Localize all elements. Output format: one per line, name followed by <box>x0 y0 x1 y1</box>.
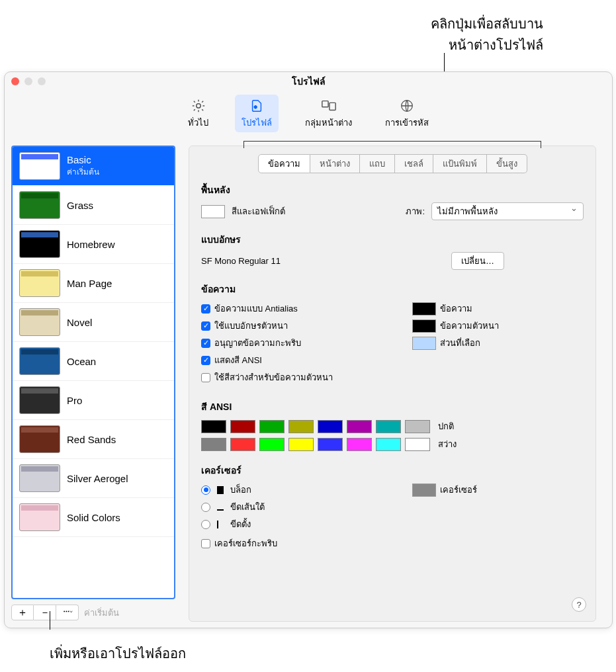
add-profile-button[interactable]: ＋ <box>11 605 34 620</box>
callout-line-top <box>444 53 445 71</box>
antialias-checkbox[interactable]: ✓ <box>201 304 210 314</box>
profile-icon <box>248 97 265 114</box>
tab-3[interactable]: เชลล์ <box>395 154 433 173</box>
windows-icon <box>320 97 337 114</box>
tabbar: ข้อความหน้าต่างแถบเชลล์แป้นพิมพ์ขั้นสูง <box>201 154 584 173</box>
callout-bottom: เพิ่มหรือเอาโปรไฟล์ออก <box>50 643 186 664</box>
gear-icon <box>190 97 207 114</box>
bold-checkbox[interactable]: ✓ <box>201 321 210 331</box>
profile-item-grass[interactable]: Grass <box>13 186 174 225</box>
toolbar-general[interactable]: ทั่วไป <box>181 95 215 132</box>
ansi-checkbox[interactable]: ✓ <box>201 356 210 365</box>
ansi-normal-swatch[interactable] <box>201 420 226 433</box>
profile-item-solid-colors[interactable]: Solid Colors <box>13 498 174 537</box>
section-text: ข้อความ ✓ข้อความแบบ Antialias ✓ใช้แบบอัก… <box>201 282 584 388</box>
section-cursor: เคอร์เซอร์ บล็อก ขีดเส้นใต้ ขีดตั้ง เคอร… <box>201 463 584 554</box>
background-color-well[interactable] <box>201 205 225 218</box>
ansi-normal-swatch[interactable] <box>318 420 343 433</box>
tab-2[interactable]: แถบ <box>360 154 395 173</box>
callout-line-bottom <box>50 611 50 630</box>
default-button[interactable]: ค่าเริ่มต้น <box>84 606 119 620</box>
minimize-button[interactable] <box>24 77 32 85</box>
ansi-normal-swatch[interactable] <box>347 420 372 433</box>
globe-icon <box>398 97 416 114</box>
text-color-well[interactable] <box>412 302 436 315</box>
profile-item-novel[interactable]: Novel <box>13 303 174 342</box>
bright-bold-checkbox[interactable] <box>201 373 210 382</box>
traffic-lights <box>11 77 46 85</box>
window-title: โปรไฟล์ <box>292 74 326 89</box>
tab-4[interactable]: แป้นพิมพ์ <box>433 154 487 173</box>
ansi-bright-swatch[interactable] <box>405 438 430 451</box>
ansi-bright-swatch[interactable] <box>376 438 401 451</box>
maximize-button[interactable] <box>38 77 46 85</box>
ansi-normal-swatch[interactable] <box>230 420 255 433</box>
ansi-bright-swatch[interactable] <box>318 438 343 451</box>
svg-point-5 <box>64 610 65 612</box>
svg-rect-2 <box>322 101 328 107</box>
svg-point-1 <box>254 106 257 108</box>
profile-item-pro[interactable]: Pro <box>13 381 174 420</box>
remove-profile-button[interactable]: － <box>34 605 56 620</box>
selection-color-well[interactable] <box>412 337 436 350</box>
toolbar-window-groups[interactable]: กลุ่มหน้าต่าง <box>298 95 359 132</box>
profile-item-man-page[interactable]: Man Page <box>13 264 174 303</box>
font-value: SF Mono Regular 11 <box>201 256 281 266</box>
sidebar-bottom: ＋ － ค่าเริ่มต้น <box>11 603 175 622</box>
toolbar: ทั่วไป โปรไฟล์ กลุ่มหน้าต่าง การเข้ารหัส <box>5 91 612 139</box>
ansi-normal-swatch[interactable] <box>259 420 285 433</box>
ansi-normal-swatch[interactable] <box>288 420 314 433</box>
preferences-window: โปรไฟล์ ทั่วไป โปรไฟล์ กลุ่มหน้าต่าง การ… <box>4 71 613 628</box>
profile-item-ocean[interactable]: Ocean <box>13 342 174 381</box>
sidebar: Basicค่าเริ่มต้น Grass Homebrew Man Page… <box>5 139 182 628</box>
titlebar: โปรไฟล์ <box>5 72 612 91</box>
section-background: พื้นหลัง สีและเอฟเฟ็กต์ ภาพ: ไม่มีภาพพื้… <box>201 183 584 220</box>
ansi-normal-swatch[interactable] <box>405 420 430 433</box>
tab-brace-indicator <box>243 141 541 147</box>
svg-point-0 <box>196 104 200 108</box>
background-image-select[interactable]: ไม่มีภาพพื้นหลัง <box>431 202 584 220</box>
ansi-bright-swatch[interactable] <box>347 438 372 451</box>
section-font: แบบอักษร SF Mono Regular 11 เปลี่ยน… <box>201 232 584 270</box>
ansi-bright-swatch[interactable] <box>230 438 255 451</box>
cursor-color-well[interactable] <box>412 483 436 497</box>
tab-0[interactable]: ข้อความ <box>258 154 310 173</box>
section-ansi: สี ANSI ปกติ สว่าง <box>201 399 584 451</box>
cursor-block-radio[interactable] <box>201 485 210 495</box>
close-button[interactable] <box>11 77 19 85</box>
toolbar-encodings[interactable]: การเข้ารหัส <box>378 95 435 132</box>
profile-item-red-sands[interactable]: Red Sands <box>13 420 174 459</box>
cursor-blink-checkbox[interactable] <box>201 539 210 548</box>
profile-item-homebrew[interactable]: Homebrew <box>13 225 174 264</box>
ansi-bright-swatch[interactable] <box>259 438 285 451</box>
tab-1[interactable]: หน้าต่าง <box>310 154 360 173</box>
svg-point-6 <box>66 610 67 612</box>
change-font-button[interactable]: เปลี่ยน… <box>451 252 504 270</box>
callout-top: คลิกปุ่มเพื่อสลับบาน หน้าต่างโปรไฟล์ <box>431 13 543 56</box>
ansi-bright-swatch[interactable] <box>201 438 226 451</box>
profile-item-silver-aerogel[interactable]: Silver Aerogel <box>13 459 174 498</box>
cursor-vertical-radio[interactable] <box>201 520 210 529</box>
tab-5[interactable]: ขั้นสูง <box>487 154 527 173</box>
ansi-bright-swatch[interactable] <box>288 438 314 451</box>
ansi-normal-swatch[interactable] <box>376 420 401 433</box>
cursor-underline-radio[interactable] <box>201 503 210 512</box>
bold-color-well[interactable] <box>412 319 436 333</box>
main-panel: ข้อความหน้าต่างแถบเชลล์แป้นพิมพ์ขั้นสูง … <box>182 139 612 628</box>
profile-actions-button[interactable] <box>56 605 79 620</box>
svg-rect-3 <box>329 103 335 110</box>
blink-checkbox[interactable]: ✓ <box>201 339 210 348</box>
profile-item-basic[interactable]: Basicค่าเริ่มต้น <box>13 147 174 186</box>
svg-point-7 <box>67 610 69 612</box>
help-button[interactable]: ? <box>572 597 586 612</box>
profile-list[interactable]: Basicค่าเริ่มต้น Grass Homebrew Man Page… <box>11 146 175 599</box>
toolbar-profiles[interactable]: โปรไฟล์ <box>235 95 279 132</box>
